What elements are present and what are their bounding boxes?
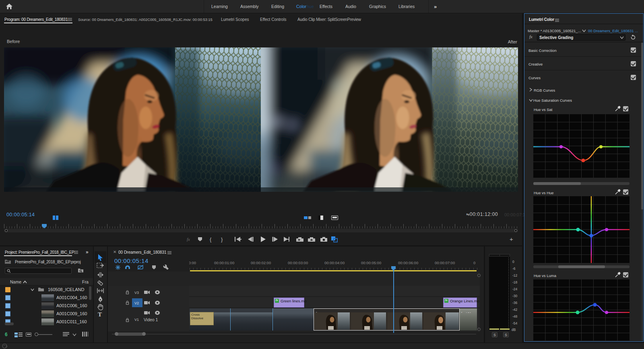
svg-text:V3: V3 <box>134 291 139 295</box>
svg-text:fx: fx <box>187 237 190 242</box>
svg-text:{: { <box>210 236 212 242</box>
svg-text:V2: V2 <box>134 301 139 305</box>
svg-text:}: } <box>221 236 223 242</box>
